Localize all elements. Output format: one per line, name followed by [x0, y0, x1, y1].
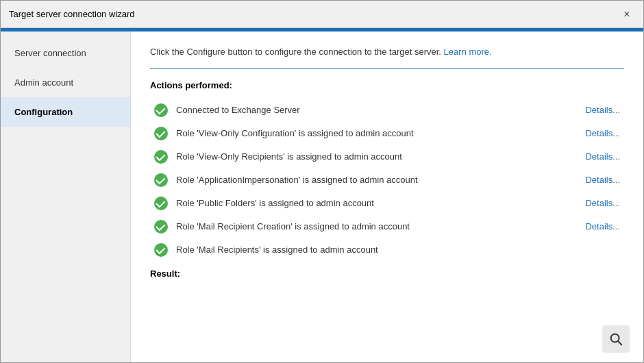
result-label: Result:	[150, 268, 624, 279]
search-icon	[608, 331, 623, 347]
check-icon	[154, 150, 168, 164]
check-icon	[154, 220, 168, 234]
check-icon	[154, 127, 168, 140]
details-link[interactable]: Details...	[585, 151, 620, 162]
action-row: Connected to Exchange ServerDetails...	[150, 99, 624, 122]
action-row: Role 'View-Only Recipients' is assigned …	[150, 145, 624, 168]
details-link[interactable]: Details...	[585, 105, 620, 115]
action-text: Role 'Mail Recipients' is assigned to ad…	[176, 245, 620, 255]
sidebar: Server connection Admin account Configur…	[1, 32, 131, 362]
check-icon	[154, 173, 168, 187]
action-text: Role 'ApplicationImpersonation' is assig…	[176, 175, 578, 185]
action-text: Role 'View-Only Configuration' is assign…	[176, 128, 578, 138]
details-link[interactable]: Details...	[585, 128, 620, 138]
intro-text: Click the Configure button to configure …	[150, 47, 441, 57]
action-row: Role 'Mail Recipient Creation' is assign…	[150, 215, 624, 238]
title-bar: Target server connection wizard ×	[1, 1, 643, 28]
action-row: Role 'ApplicationImpersonation' is assig…	[150, 168, 624, 192]
actions-label: Actions performed:	[150, 80, 624, 90]
sidebar-item-server-connection[interactable]: Server connection	[1, 38, 130, 68]
details-link[interactable]: Details...	[585, 175, 620, 185]
action-text: Connected to Exchange Server	[176, 105, 578, 115]
action-text: Role 'View-Only Recipients' is assigned …	[176, 151, 578, 162]
main-content: Click the Configure button to configure …	[131, 32, 643, 362]
search-button[interactable]	[602, 325, 630, 353]
sidebar-item-configuration[interactable]: Configuration	[1, 97, 130, 127]
divider	[150, 68, 624, 69]
content-area: Server connection Admin account Configur…	[1, 32, 643, 362]
action-text: Role 'Mail Recipient Creation' is assign…	[176, 221, 578, 231]
action-row: Role 'Mail Recipients' is assigned to ad…	[150, 238, 624, 262]
intro-paragraph: Click the Configure button to configure …	[150, 45, 624, 59]
check-icon	[154, 197, 168, 210]
check-icon	[154, 103, 168, 117]
close-button[interactable]: ×	[619, 6, 635, 23]
sidebar-item-admin-account[interactable]: Admin account	[1, 68, 130, 97]
details-link[interactable]: Details...	[585, 221, 620, 231]
actions-list: Connected to Exchange ServerDetails...Ro…	[150, 99, 624, 262]
action-row: Role 'View-Only Configuration' is assign…	[150, 122, 624, 145]
action-row: Role 'Public Folders' is assigned to adm…	[150, 192, 624, 215]
svg-line-1	[618, 341, 621, 345]
dialog-title: Target server connection wizard	[9, 9, 135, 19]
check-icon	[154, 243, 168, 257]
action-text: Role 'Public Folders' is assigned to adm…	[176, 198, 578, 208]
details-link[interactable]: Details...	[585, 198, 620, 208]
learn-more-link[interactable]: Learn more.	[444, 47, 492, 57]
dialog-window: Target server connection wizard × Server…	[0, 0, 644, 363]
